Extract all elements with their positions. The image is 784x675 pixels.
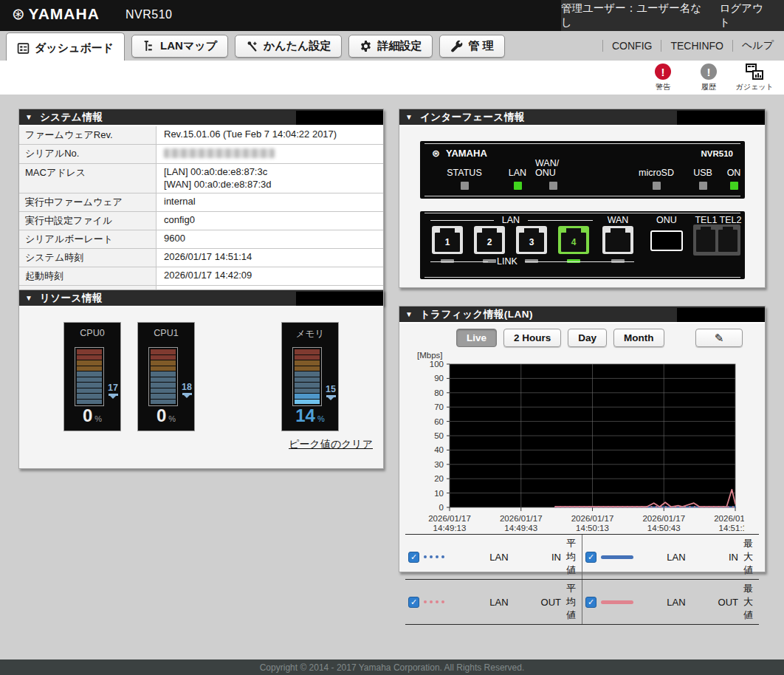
top-link-techinfo[interactable]: TECHINFO — [670, 40, 723, 52]
rear-tel-label: TEL1 TEL2 — [692, 215, 745, 225]
legend-checkbox[interactable]: ✓ — [408, 597, 419, 608]
panel-system-info: ▼ システム情報 ファームウェアRev.Rev.15.01.06 (Tue Fe… — [18, 109, 384, 305]
model-name: NVR510 — [125, 8, 172, 21]
tab-label: 管 理 — [468, 39, 493, 53]
legend-item-lan-out-avg: ✓LANOUT平均値 — [405, 580, 582, 624]
range-button-day[interactable]: Day — [568, 329, 607, 347]
svg-text:2026/01/17: 2026/01/17 — [500, 514, 543, 523]
svg-text:20: 20 — [434, 474, 444, 483]
row-label: MACアドレス — [19, 164, 157, 193]
panel-interface-info: ▼ インターフェース情報 ⊛YAMAHANVR510STATUSLANWAN/O… — [399, 109, 766, 288]
led-indicator — [653, 182, 661, 190]
toolbar-icon-label: 履歴 — [701, 82, 716, 92]
toolbar-icon-history[interactable]: !履歴 — [692, 64, 725, 92]
toolbar-icon-gadget[interactable]: ガジェット — [738, 64, 771, 92]
row-label: 起動時刻 — [19, 267, 157, 285]
copyright-text: Copyright © 2014 - 2017 Yamaha Corporati… — [260, 662, 525, 673]
svg-text:30: 30 — [434, 460, 444, 469]
warning-icon: ! — [655, 64, 671, 80]
lan-port-3: 3 — [516, 226, 547, 254]
tab-lanmap[interactable]: LANマップ — [131, 35, 228, 58]
history-icon: ! — [701, 64, 717, 80]
tab-easy-setup[interactable]: かんたん設定 — [235, 35, 342, 58]
top-link-config[interactable]: CONFIG — [612, 40, 652, 52]
table-row: 実行中ファームウェアinternal — [19, 193, 383, 212]
interface-info-title: インターフェース情報 — [420, 111, 525, 124]
svg-text:2026/01/17: 2026/01/17 — [428, 514, 471, 523]
header-accent-block — [677, 111, 765, 125]
topbar-user-area: 管理ユーザー：ユーザー名なし ログアウト — [561, 0, 784, 31]
tabs: ダッシュボードLANマップかんたん設定詳細設定管 理 — [6, 31, 505, 61]
table-row: 起動時刻2026/01/17 14:42:09 — [19, 267, 383, 286]
svg-text:0: 0 — [439, 503, 444, 512]
interface-info-header: ▼ インターフェース情報 — [399, 109, 765, 126]
svg-text:90: 90 — [434, 374, 444, 383]
front-led-on: ON — [723, 168, 745, 190]
lanmap-icon — [142, 40, 155, 52]
legend-text: 平均値 — [561, 582, 579, 622]
svg-text:14:51:13: 14:51:13 — [719, 524, 744, 532]
row-value: internal — [157, 193, 383, 211]
topbar: ⊛ YAMAHA NVR510 管理ユーザー：ユーザー名なし ログアウト — [0, 0, 784, 31]
led-label: microSD — [633, 168, 680, 178]
range-button-month[interactable]: Month — [613, 329, 664, 347]
resource-info-header: ▼ リソース情報 — [19, 290, 383, 307]
table-row: シリアルNo. — [19, 145, 383, 164]
traffic-chart-svg: [Mbps]01020304050607080901002026/01/1714… — [414, 348, 744, 532]
legend-text: LAN — [472, 597, 526, 608]
tab-management[interactable]: 管 理 — [439, 35, 504, 58]
yamaha-logo: ⊛ YAMAHA — [12, 5, 100, 23]
svg-text:50: 50 — [434, 431, 444, 440]
pencil-icon[interactable]: ✎ — [695, 329, 743, 347]
legend-checkbox[interactable]: ✓ — [585, 597, 596, 608]
wand-icon — [246, 40, 258, 52]
svg-text:14:49:43: 14:49:43 — [504, 524, 537, 532]
led-indicator — [549, 182, 557, 190]
toolbar-icon-warning[interactable]: !警告 — [647, 64, 679, 92]
header-accent-block — [296, 292, 383, 306]
admin-user-label: 管理ユーザー：ユーザー名なし — [561, 1, 703, 30]
legend-text: 最大値 — [738, 537, 756, 577]
range-button-live[interactable]: Live — [456, 329, 497, 347]
tel-ports — [693, 225, 740, 256]
collapse-arrow-icon[interactable]: ▼ — [405, 310, 413, 318]
row-label: 実行中設定ファイル — [19, 212, 157, 230]
led-label: USB — [689, 168, 717, 178]
tel1-port — [696, 230, 715, 252]
gauge-meter — [148, 347, 178, 406]
led-label: STATUS — [441, 168, 488, 178]
tab-dashboard[interactable]: ダッシュボード — [6, 32, 125, 62]
legend-text: LAN — [650, 597, 703, 608]
gauge-title: メモリ — [282, 328, 338, 340]
gauge-value: 0% — [64, 405, 120, 426]
row-label: ファームウェアRev. — [19, 126, 157, 144]
legend-checkbox[interactable]: ✓ — [408, 552, 419, 563]
tab-label: LANマップ — [160, 39, 217, 53]
led-label: WAN/ONU — [535, 159, 571, 178]
top-link-ヘルプ[interactable]: ヘルプ — [742, 39, 774, 52]
range-button-2-hours[interactable]: 2 Hours — [503, 329, 561, 347]
table-row: 実行中設定ファイルconfig0 — [19, 212, 383, 230]
row-value: config0 — [157, 212, 383, 230]
device-rear-panel: LANWANONUTEL1 TEL21234LINK — [420, 211, 745, 279]
row-value: 2026/01/17 14:51:14 — [157, 249, 383, 267]
collapse-arrow-icon[interactable]: ▼ — [25, 113, 32, 121]
logout-link[interactable]: ログアウト — [719, 1, 771, 30]
gauge-value: 14% — [282, 405, 338, 426]
collapse-arrow-icon[interactable]: ▼ — [25, 294, 32, 302]
rear-lan-label: LAN — [494, 215, 528, 225]
toolbar-icon-label: ガジェット — [735, 82, 773, 92]
svg-text:100: 100 — [430, 360, 444, 369]
collapse-arrow-icon[interactable]: ▼ — [405, 113, 413, 121]
tab-label: 詳細設定 — [377, 39, 422, 53]
brand-text: YAMAHA — [29, 5, 100, 23]
svg-text:[Mbps]: [Mbps] — [417, 351, 443, 360]
clear-peak-link[interactable]: ピーク値のクリア — [289, 438, 373, 451]
tab-advanced-setup[interactable]: 詳細設定 — [348, 35, 433, 58]
legend-line-sample — [424, 555, 462, 558]
legend-checkbox[interactable]: ✓ — [585, 552, 596, 563]
toolbar-band: !警告!履歴ガジェット — [0, 61, 784, 95]
panel-line — [430, 261, 488, 262]
led-indicator — [730, 182, 738, 190]
panel-traffic-info: ▼ トラフィック情報(LAN) Live2 HoursDayMonth✎ [Mb… — [399, 306, 766, 572]
